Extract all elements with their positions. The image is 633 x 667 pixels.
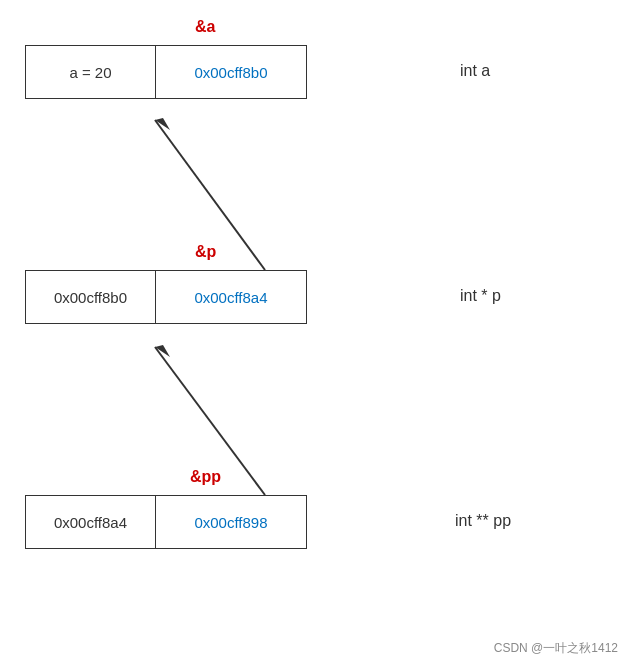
type-label-pp: int ** pp xyxy=(455,512,511,530)
box-p-right: 0x00cff8a4 xyxy=(156,271,306,323)
box-a-right: 0x00cff8b0 xyxy=(156,46,306,98)
amp-label-a: &a xyxy=(195,18,215,36)
box-pp-right: 0x00cff898 xyxy=(156,496,306,548)
box-a: a = 20 0x00cff8b0 xyxy=(25,45,307,99)
diagram-container: &a a = 20 0x00cff8b0 int a &p 0x00cff8b0… xyxy=(0,0,633,667)
box-a-left: a = 20 xyxy=(26,46,156,98)
box-pp-left: 0x00cff8a4 xyxy=(26,496,156,548)
svg-marker-3 xyxy=(155,345,170,357)
watermark: CSDN @一叶之秋1412 xyxy=(494,640,618,657)
box-pp: 0x00cff8a4 0x00cff898 xyxy=(25,495,307,549)
amp-label-pp: &pp xyxy=(190,468,221,486)
arrows-overlay xyxy=(0,0,633,667)
box-p: 0x00cff8b0 0x00cff8a4 xyxy=(25,270,307,324)
type-label-p: int * p xyxy=(460,287,501,305)
svg-marker-1 xyxy=(155,118,170,130)
amp-label-p: &p xyxy=(195,243,216,261)
box-p-left: 0x00cff8b0 xyxy=(26,271,156,323)
type-label-a: int a xyxy=(460,62,490,80)
